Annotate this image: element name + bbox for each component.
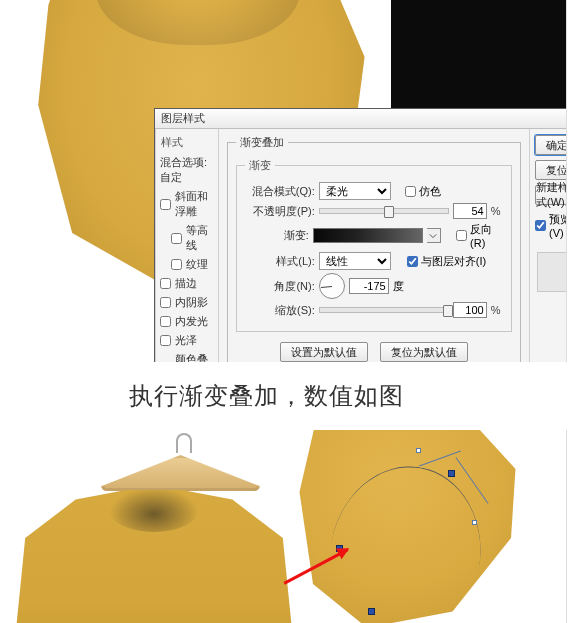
sidebar-style-3[interactable]: 描边	[155, 274, 218, 293]
sidebar-style-2[interactable]: 纹理	[155, 255, 218, 274]
settings-panel: 渐变叠加 渐变 混合模式(Q): 柔光 仿色	[219, 129, 529, 362]
sidebar-style-checkbox[interactable]	[171, 233, 182, 244]
opacity-slider[interactable]	[319, 208, 449, 214]
preview-swatch	[537, 252, 568, 292]
sidebar-style-label: 颜色叠加	[175, 352, 213, 362]
preview-label: 预览(V)	[549, 212, 567, 239]
sidebar-style-5[interactable]: 内发光	[155, 312, 218, 331]
group-legend: 渐变叠加	[236, 135, 288, 150]
pen-handle-end	[416, 448, 421, 453]
cancel-button[interactable]: 复位	[535, 160, 567, 180]
reset-default-button[interactable]: 复位为默认值	[380, 342, 468, 362]
reverse-input[interactable]	[456, 230, 467, 241]
top-screenshot: 图层样式 样式 混合选项:自定 斜面和浮雕等高线纹理描边内阴影内发光光泽颜色叠加…	[0, 0, 567, 362]
pen-handle-end	[472, 520, 477, 525]
reverse-label: 反向(R)	[470, 222, 503, 249]
chevron-down-icon	[429, 232, 437, 240]
blend-mode-select[interactable]: 柔光	[319, 182, 391, 200]
sidebar-style-label: 内发光	[175, 314, 208, 329]
reverse-checkbox[interactable]: 反向(R)	[456, 222, 503, 249]
sidebar-style-7[interactable]: 颜色叠加	[155, 350, 218, 362]
dialog-title: 图层样式	[161, 111, 205, 126]
angle-label: 角度(N):	[245, 279, 315, 294]
gradient-inner-group: 渐变 混合模式(Q): 柔光 仿色	[236, 158, 512, 332]
percent-label: %	[491, 205, 501, 217]
sidebar-style-label: 斜面和浮雕	[175, 189, 213, 219]
dither-input[interactable]	[405, 186, 416, 197]
hanger-bar	[98, 455, 263, 491]
make-default-button[interactable]: 设置为默认值	[280, 342, 368, 362]
dither-checkbox[interactable]: 仿色	[405, 184, 441, 199]
sidebar-style-checkbox[interactable]	[160, 278, 171, 289]
angle-input[interactable]	[349, 278, 389, 294]
sidebar-style-6[interactable]: 光泽	[155, 331, 218, 350]
layer-style-dialog: 图层样式 样式 混合选项:自定 斜面和浮雕等高线纹理描边内阴影内发光光泽颜色叠加…	[154, 108, 567, 362]
scale-thumb[interactable]	[443, 305, 453, 317]
sidebar-style-checkbox[interactable]	[160, 297, 171, 308]
align-label: 与图层对齐(I)	[421, 254, 486, 269]
sidebar-blend-options-label: 混合选项:自定	[160, 155, 213, 185]
opacity-thumb[interactable]	[384, 206, 394, 218]
style-select[interactable]: 线性	[319, 252, 391, 270]
preview-checkbox[interactable]: 预览(V)	[535, 212, 567, 239]
style-label: 样式(L):	[245, 254, 315, 269]
sidebar-style-0[interactable]: 斜面和浮雕	[155, 187, 218, 221]
align-input[interactable]	[407, 256, 418, 267]
pen-anchor	[368, 608, 375, 615]
styles-sidebar: 样式 混合选项:自定 斜面和浮雕等高线纹理描边内阴影内发光光泽颜色叠加渐变叠加图…	[155, 129, 219, 362]
gradient-overlay-group: 渐变叠加 渐变 混合模式(Q): 柔光 仿色	[227, 135, 521, 362]
dialog-titlebar: 图层样式	[155, 109, 567, 129]
scale-label: 缩放(S):	[245, 303, 315, 318]
sidebar-style-label: 内阴影	[175, 295, 208, 310]
sidebar-style-checkbox[interactable]	[171, 259, 182, 270]
angle-dial[interactable]	[319, 273, 345, 299]
inner-legend: 渐变	[245, 158, 275, 173]
gradient-swatch[interactable]	[313, 228, 423, 243]
dialog-body: 样式 混合选项:自定 斜面和浮雕等高线纹理描边内阴影内发光光泽颜色叠加渐变叠加图…	[155, 129, 567, 362]
dialog-right-column: 确定 复位 新建样式(W)... 预览(V)	[529, 129, 567, 362]
percent-label-2: %	[491, 304, 501, 316]
sidebar-style-label: 描边	[175, 276, 197, 291]
hanger-illustration	[98, 433, 263, 493]
sidebar-style-label: 等高线	[186, 223, 213, 253]
hanger-hook	[176, 433, 192, 453]
sidebar-style-1[interactable]: 等高线	[155, 221, 218, 255]
blend-mode-label: 混合模式(Q):	[245, 184, 315, 199]
ok-button[interactable]: 确定	[535, 135, 567, 155]
gradient-label: 渐变:	[245, 228, 309, 243]
align-checkbox[interactable]: 与图层对齐(I)	[407, 254, 486, 269]
dither-label: 仿色	[419, 184, 441, 199]
opacity-label: 不透明度(P):	[245, 204, 315, 219]
bottom-screenshot	[0, 430, 567, 623]
sidebar-blend-options[interactable]: 混合选项:自定	[155, 153, 218, 187]
sidebar-header: 样式	[155, 132, 218, 153]
sidebar-style-label: 光泽	[175, 333, 197, 348]
opacity-input[interactable]	[453, 203, 487, 219]
canvas-dark-area	[391, 0, 566, 115]
instruction-caption: 执行渐变叠加，数值如图	[0, 362, 580, 430]
scale-slider[interactable]	[319, 307, 449, 313]
sidebar-style-checkbox[interactable]	[160, 199, 171, 210]
angle-unit: 度	[393, 279, 404, 294]
pen-anchor	[448, 470, 455, 477]
sidebar-style-4[interactable]: 内阴影	[155, 293, 218, 312]
shirt-body	[14, 490, 294, 623]
new-style-button[interactable]: 新建样式(W)...	[535, 185, 567, 205]
sidebar-style-checkbox[interactable]	[160, 362, 171, 363]
scale-input[interactable]	[453, 302, 487, 318]
sidebar-style-label: 纹理	[186, 257, 208, 272]
gradient-dropdown-button[interactable]	[427, 228, 441, 243]
angle-hand	[321, 286, 332, 288]
preview-input[interactable]	[535, 220, 546, 231]
sidebar-style-checkbox[interactable]	[160, 316, 171, 327]
sidebar-style-checkbox[interactable]	[160, 335, 171, 346]
